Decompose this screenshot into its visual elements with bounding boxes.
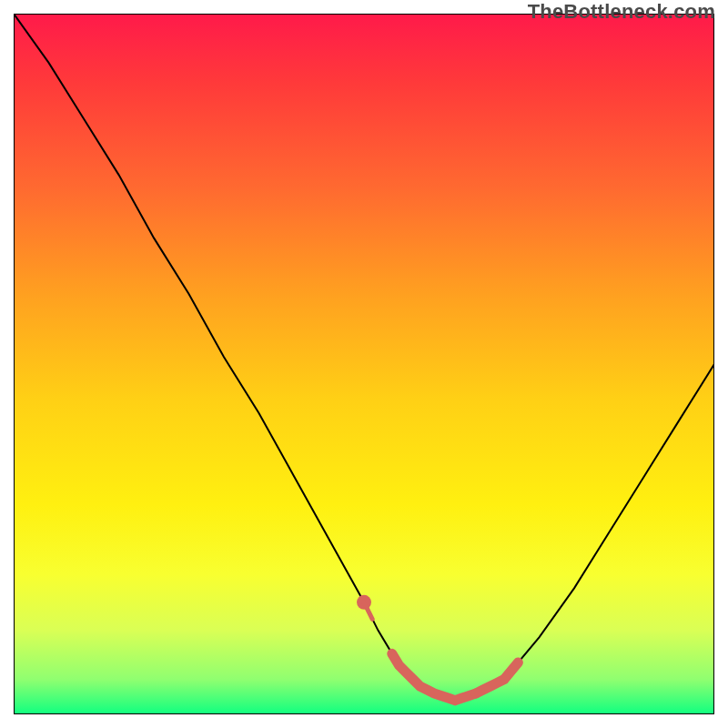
watermark-label: TheBottleneck.com xyxy=(528,0,715,24)
highlight-overlay xyxy=(357,595,518,701)
chart-container: TheBottleneck.com xyxy=(0,0,728,728)
highlight-seg-right xyxy=(476,662,518,693)
highlight-seg-main xyxy=(392,653,476,700)
chart-svg xyxy=(14,14,714,714)
